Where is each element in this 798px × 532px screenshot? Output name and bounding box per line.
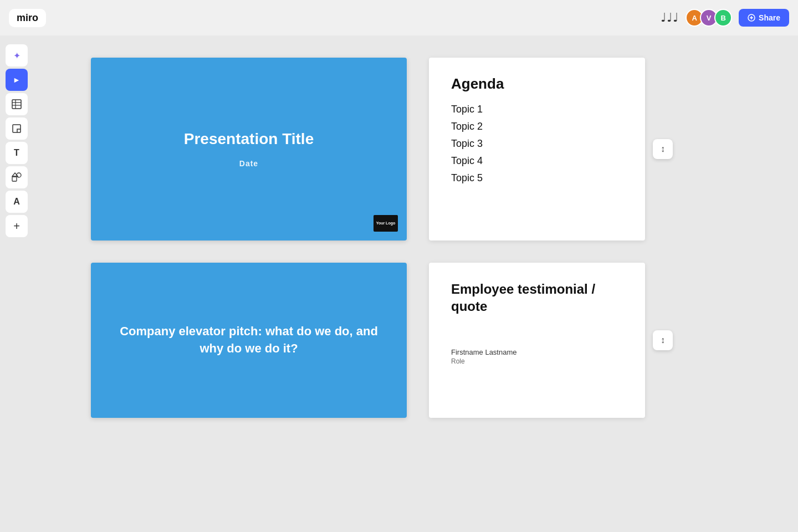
slides-area: Presentation Title Date Your Logo Agenda… xyxy=(91,58,645,418)
svg-rect-8 xyxy=(12,177,17,181)
testimonial-role: Role xyxy=(451,357,623,365)
topbar-right: ♩♩♩ A V B Share xyxy=(661,9,789,27)
share-icon xyxy=(748,14,755,22)
svg-rect-7 xyxy=(13,125,21,132)
slide-1-title-text: Presentation Title xyxy=(184,130,314,148)
slide-3-pitch-text: Company elevator pitch: what do we do, a… xyxy=(91,323,407,357)
testimonial-heading: Employee testimonial / quote xyxy=(451,280,623,315)
tool-ai[interactable]: ✦ xyxy=(6,44,28,66)
agenda-item-5: Topic 5 xyxy=(451,172,623,184)
topbar: miro ♩♩♩ A V B Share xyxy=(0,0,798,35)
tool-sticky[interactable] xyxy=(6,117,28,140)
slide-2-agenda[interactable]: Agenda Topic 1 Topic 2 Topic 3 Topic 4 T… xyxy=(429,58,645,241)
agenda-item-4: Topic 4 xyxy=(451,155,623,167)
tool-text[interactable]: T xyxy=(6,142,28,164)
left-toolbar: ✦ ► T A + xyxy=(6,44,28,237)
logo[interactable]: miro xyxy=(9,9,46,27)
tool-select[interactable]: ► xyxy=(6,69,28,91)
avatars-group: A V B xyxy=(686,9,732,27)
share-button[interactable]: Share xyxy=(739,9,789,27)
tool-table[interactable] xyxy=(6,93,28,115)
agenda-item-1: Topic 1 xyxy=(451,104,623,115)
svg-point-9 xyxy=(17,173,21,177)
tool-shapes[interactable] xyxy=(6,166,28,188)
canvas: Presentation Title Date Your Logo Agenda… xyxy=(35,35,798,532)
slide-1-title[interactable]: Presentation Title Date Your Logo xyxy=(91,58,407,241)
tool-font[interactable]: A xyxy=(6,191,28,213)
svg-rect-3 xyxy=(12,100,21,109)
music-icon: ♩♩♩ xyxy=(661,11,679,25)
agenda-item-3: Topic 3 xyxy=(451,138,623,150)
slide-1-logo: Your Logo xyxy=(374,215,398,232)
agenda-heading: Agenda xyxy=(451,75,623,93)
slide-1-date: Date xyxy=(239,159,258,168)
slide-3-pitch[interactable]: Company elevator pitch: what do we do, a… xyxy=(91,263,407,418)
tool-add[interactable]: + xyxy=(6,215,28,237)
testimonial-name: Firstname Lastname xyxy=(451,348,623,356)
agenda-item-2: Topic 2 xyxy=(451,121,623,132)
resize-handle-1[interactable]: ↕ xyxy=(653,139,673,159)
slide-4-testimonial[interactable]: Employee testimonial / quote Firstname L… xyxy=(429,263,645,418)
resize-handle-2[interactable]: ↕ xyxy=(653,330,673,350)
avatar-3: B xyxy=(714,9,732,27)
